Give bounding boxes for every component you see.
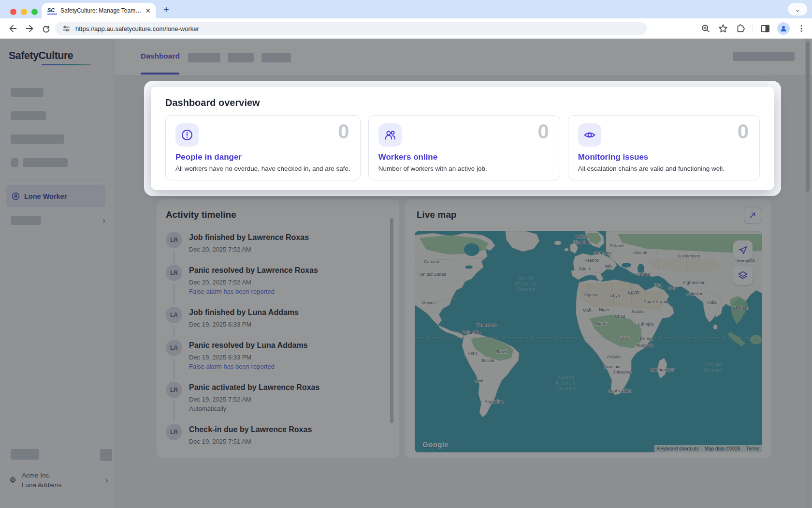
- site-info-icon[interactable]: [62, 24, 71, 33]
- timeline-item: LRJob finished by Lawrence RoxasDec 20, …: [166, 232, 390, 253]
- timeline-item-time: Dec 19, 2025 6:33 PM: [189, 354, 308, 361]
- terms-link[interactable]: Terms: [743, 445, 762, 452]
- workers-online-description: Number of workers with an active job.: [378, 165, 550, 172]
- map-label: Bolivia: [481, 358, 494, 363]
- browser-tab-strip: SC SafetyCulture: Manage Teams and… ✕ + …: [0, 0, 812, 18]
- map-expand-button[interactable]: [744, 207, 761, 224]
- browser-tab[interactable]: SC SafetyCulture: Manage Teams and… ✕: [42, 3, 156, 18]
- keyboard-shortcuts-link[interactable]: Keyboard shortcuts: [654, 445, 702, 452]
- false-alarm-link[interactable]: False alarm has been reported: [189, 288, 318, 295]
- map-label: Kenya: [640, 336, 652, 341]
- extensions-icon[interactable]: [735, 23, 746, 34]
- google-logo[interactable]: Google: [422, 440, 449, 448]
- timeline-item-time: Dec 19, 2025 7:52 AM: [189, 396, 319, 403]
- map-label: United States: [420, 272, 447, 277]
- timeline-item-title: Job finished by Lawrence Roxas: [189, 232, 309, 243]
- zoom-icon[interactable]: [700, 23, 711, 34]
- safetyculture-favicon: SC: [47, 7, 57, 15]
- timeline-item-body: Panic activated by Lawrence RoxasDec 19,…: [189, 382, 319, 412]
- map-label: Pakistan: [687, 291, 704, 296]
- map-label: Colombia: [462, 330, 480, 335]
- logo-gradient-underline: [42, 64, 91, 65]
- tab-dashboard[interactable]: Dashboard: [141, 52, 180, 60]
- world-map[interactable]: CanadaUnited StatesMexicoVenezuelaColomb…: [415, 231, 762, 452]
- false-alarm-link[interactable]: False alarm has been reported: [189, 363, 308, 370]
- map-label: Spain: [579, 266, 590, 271]
- map-layers-button[interactable]: [733, 266, 753, 285]
- dashboard-overview-panel: Dashboard overview 0 People in danger Al…: [151, 87, 774, 190]
- alert-circle-icon: [181, 129, 193, 141]
- timeline-item: LAJob finished by Luna AddamsDec 19, 202…: [166, 307, 390, 328]
- org-switcher[interactable]: Acme Inc. Luna Addams ›: [9, 472, 108, 489]
- monitoring-issues-link[interactable]: Monitoring issues: [578, 152, 750, 162]
- window-close-button[interactable]: [10, 9, 16, 15]
- window-minimize-button[interactable]: [21, 9, 27, 15]
- sidebar-skeleton-item: [11, 111, 46, 120]
- workers-online-card: 0 Workers online Number of workers with …: [368, 115, 560, 180]
- window-zoom-button[interactable]: [31, 9, 38, 15]
- sidebar-item-lone-worker[interactable]: Lone Worker: [6, 185, 105, 207]
- timeline-item-body: Panic resolved by Luna AddamsDec 19, 202…: [189, 340, 308, 370]
- map-label: France: [585, 258, 599, 263]
- org-user-name: Luna Addams: [22, 481, 105, 489]
- forward-icon[interactable]: [24, 23, 35, 34]
- person-icon: [779, 24, 788, 33]
- map-label: Ukraine: [632, 250, 647, 255]
- people-in-danger-link[interactable]: People in danger: [175, 152, 350, 162]
- avatar: LR: [166, 424, 182, 440]
- page-scrollbar-thumb[interactable]: [806, 42, 810, 192]
- map-label: South Africa: [609, 388, 632, 393]
- timeline-item-time: Dec 20, 2025 7:52 AM: [189, 279, 318, 286]
- url-text: https://app.au.safetyculture.com/lone-wo…: [75, 25, 199, 32]
- timeline-item-time: Dec 19, 2025 7:51 AM: [189, 438, 312, 445]
- gear-icon: [9, 476, 17, 484]
- timeline-item-title: Panic activated by Lawrence Roxas: [189, 382, 319, 393]
- people-in-danger-card: 0 People in danger All workers have no o…: [165, 115, 361, 180]
- avatar: LA: [166, 307, 182, 323]
- reload-icon[interactable]: [41, 23, 51, 34]
- map-locate-button[interactable]: [733, 240, 753, 260]
- org-text: Acme Inc. Luna Addams: [22, 472, 105, 489]
- map-label: Libya: [609, 293, 620, 298]
- chevron-right-icon[interactable]: ›: [102, 216, 105, 224]
- toolbar-divider: [753, 24, 753, 33]
- map-label: Brazil: [496, 349, 508, 354]
- tab-skeleton: [261, 53, 291, 62]
- tab-close-icon[interactable]: ✕: [145, 7, 151, 15]
- back-icon[interactable]: [8, 23, 18, 34]
- live-map-card: Live map: [405, 199, 771, 458]
- timeline-scrollbar[interactable]: [390, 218, 393, 423]
- expand-arrow-icon: [748, 211, 757, 220]
- tab-skeleton: [188, 53, 220, 62]
- active-tab-underline: [141, 73, 179, 75]
- map-label: Angola: [607, 354, 621, 359]
- bookmark-star-icon[interactable]: [718, 23, 728, 34]
- avatar: LR: [166, 382, 182, 398]
- profile-avatar[interactable]: [777, 22, 790, 35]
- overview-cards-row: 0 People in danger All workers have no o…: [165, 115, 760, 180]
- timeline-item-note: Automatically: [189, 405, 319, 412]
- chevron-right-icon[interactable]: ›: [105, 476, 108, 484]
- map-label: Italy: [605, 264, 613, 269]
- people-in-danger-description: All workers have no overdue, have checke…: [175, 165, 350, 172]
- map-label: Peru: [467, 351, 477, 356]
- timeline-list: LRJob finished by Lawrence RoxasDec 20, …: [166, 232, 390, 445]
- workers-icon: [384, 129, 396, 141]
- map-label: Mali: [583, 308, 591, 313]
- people-in-danger-count: 0: [338, 121, 349, 142]
- browser-toolbar: https://app.au.safetyculture.com/lone-wo…: [0, 18, 812, 39]
- map-label: Canada: [424, 259, 439, 264]
- url-bar[interactable]: https://app.au.safetyculture.com/lone-wo…: [55, 22, 647, 35]
- activity-timeline-title: Activity timeline: [166, 209, 390, 220]
- locate-arrow-icon: [738, 245, 748, 255]
- new-tab-button[interactable]: +: [163, 3, 169, 16]
- map-label: Iran: [668, 286, 676, 291]
- tab-search-chevron-icon[interactable]: ⌄: [788, 3, 807, 15]
- browser-menu-icon[interactable]: [797, 24, 806, 33]
- map-label: Niger: [599, 307, 609, 312]
- layers-icon: [738, 270, 748, 280]
- workers-online-link[interactable]: Workers online: [378, 152, 550, 162]
- side-panel-icon[interactable]: [760, 23, 770, 34]
- timeline-item-body: Check-in due by Lawrence RoxasDec 19, 20…: [189, 424, 312, 445]
- avatar: LR: [166, 232, 182, 248]
